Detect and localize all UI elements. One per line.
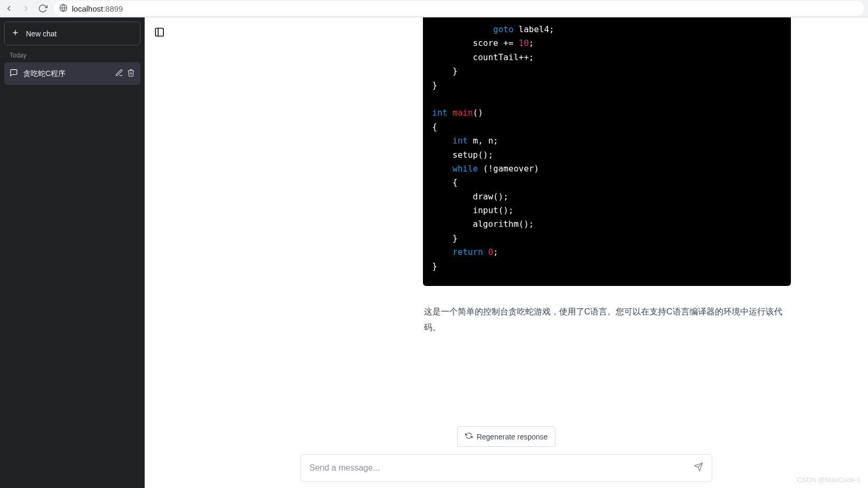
chat-icon (10, 69, 18, 79)
browser-toolbar: localhost:8899 (0, 0, 868, 17)
sidebar-item-active[interactable]: 贪吃蛇C程序 (4, 62, 140, 85)
sidebar: New chat Today 贪吃蛇C程序 (0, 17, 145, 488)
sidebar-item-label: 贪吃蛇C程序 (23, 69, 110, 79)
main: goto label4; score += 10; countTail++; }… (145, 17, 868, 488)
new-chat-label: New chat (26, 30, 56, 38)
regenerate-button[interactable]: Regenerate response (457, 426, 556, 447)
code-block: goto label4; score += 10; countTail++; }… (423, 17, 791, 286)
reload-icon[interactable] (38, 4, 48, 13)
message-input-wrap (300, 454, 712, 482)
message-input[interactable] (309, 463, 694, 473)
edit-icon[interactable] (115, 69, 124, 79)
send-icon[interactable] (694, 462, 703, 474)
content-area: goto label4; score += 10; countTail++; }… (145, 17, 868, 426)
app: New chat Today 贪吃蛇C程序 goto label4; score… (0, 17, 868, 488)
new-chat-button[interactable]: New chat (4, 22, 140, 45)
bottom-area: Regenerate response (145, 426, 868, 488)
regenerate-label: Regenerate response (477, 433, 548, 441)
url-bar[interactable]: localhost:8899 (54, 1, 864, 16)
watermark: CSDN @MaxCode-1 (797, 476, 861, 484)
svg-rect-4 (156, 28, 164, 36)
plus-icon (11, 28, 20, 39)
forward-icon[interactable] (21, 4, 31, 13)
site-info-icon[interactable] (59, 4, 68, 14)
response-paragraph: 这是一个简单的控制台贪吃蛇游戏，使用了C语言。您可以在支持C语言编译器的环境中运… (423, 304, 791, 336)
url-text: localhost:8899 (72, 4, 123, 13)
delete-icon[interactable] (127, 69, 135, 79)
panel-toggle-icon[interactable] (154, 27, 165, 40)
nav-icons (4, 4, 48, 13)
regenerate-icon (465, 432, 473, 441)
back-icon[interactable] (4, 4, 14, 13)
today-label: Today (4, 45, 140, 62)
